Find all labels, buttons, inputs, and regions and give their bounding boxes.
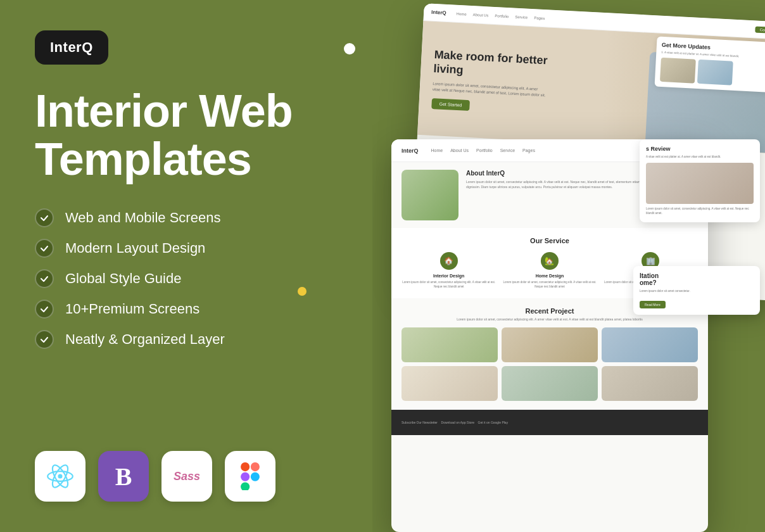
back-hero-text: Make room for better living Lorem ipsum …: [431, 48, 574, 116]
check-icon-1: [35, 208, 54, 227]
svg-point-8: [251, 472, 260, 481]
figma-icon: [237, 462, 263, 490]
testimonial-card: s Review A vitae velit at est platter at…: [640, 139, 760, 222]
main-title: Interior Web Templates: [35, 87, 358, 183]
back-nav-logo: InterQ: [431, 10, 446, 16]
check-icon-4: [35, 300, 54, 319]
footer-text: Subscribe Our Newsletter Download on App…: [401, 421, 508, 424]
sass-icon-box: Sass: [161, 451, 212, 502]
get-updates-images: [660, 58, 765, 88]
consultation-text: Lorem ipsum dolor sit amet consectetur.: [640, 289, 754, 293]
svg-rect-5: [251, 462, 260, 471]
service-2-name: Home Design: [502, 274, 597, 278]
left-panel: InterQ Interior Web Templates Web and Mo…: [0, 0, 393, 532]
check-icon-5: [35, 330, 54, 349]
feature-item: Modern Layout Design: [35, 239, 358, 258]
back-hero-cta-btn: Get Started: [431, 98, 470, 111]
service-card-home: 🏡 Home Design Lorem ipsum dolor sit amet…: [502, 252, 597, 289]
service-1-desc: Lorem ipsum dolor sit amet, consectetur …: [401, 281, 496, 289]
bootstrap-icon-box: B: [98, 451, 149, 502]
feature-item: Global Style Guide: [35, 269, 358, 288]
testimonial-text: A vitae velit at est platter at. A amer …: [646, 155, 754, 159]
project-img-2: [502, 327, 598, 362]
interior-design-icon: 🏠: [440, 252, 458, 270]
service-1-name: Interior Design: [401, 274, 496, 278]
check-icon-3: [35, 269, 54, 288]
project-img-1: [401, 327, 498, 362]
back-hero-subtitle: Lorem ipsum dolor sit amet, consectetur …: [433, 81, 547, 99]
features-list: Web and Mobile Screens Modern Layout Des…: [35, 208, 358, 349]
service-2-desc: Lorem ipsum dolor sit amet, consectetur …: [502, 281, 597, 289]
update-img-1: [660, 58, 696, 84]
get-updates-card: Get More Updates 1. A vitae velit at est…: [655, 36, 765, 93]
feature-5-label: Neatly & Organized Layer: [65, 331, 225, 348]
svg-point-0: [58, 474, 62, 478]
svg-rect-6: [241, 472, 250, 481]
consultation-btn[interactable]: Read More: [640, 301, 666, 308]
check-icon-2: [35, 239, 54, 258]
front-nav-logo: InterQ: [401, 148, 419, 154]
back-nav-contact-btn: Contact Us: [756, 26, 765, 34]
figma-icon-box: [225, 451, 275, 502]
logo-text: InterQ: [50, 39, 93, 55]
projects-grid: [401, 327, 698, 401]
back-nav-links: Home About Us Portfolio Service Pages: [457, 11, 545, 20]
tech-icons: B Sass: [35, 451, 358, 502]
mockup-back-hero: Make room for better living Lorem ipsum …: [417, 21, 765, 154]
feature-3-label: Global Style Guide: [65, 270, 181, 287]
testimonial-image: [646, 163, 754, 204]
react-icon: [46, 462, 74, 490]
testimonial-title: s Review: [646, 146, 754, 152]
right-panel: InterQ Home About Us Portfolio Service P…: [372, 0, 765, 532]
mockup-footer: Subscribe Our Newsletter Download on App…: [391, 410, 708, 435]
front-nav-links: Home About Us Portfolio Service Pages: [431, 148, 535, 153]
bootstrap-icon: B: [115, 462, 132, 491]
feature-item: Web and Mobile Screens: [35, 208, 358, 227]
feature-item: 10+Premium Screens: [35, 300, 358, 319]
react-icon-box: [35, 451, 85, 502]
home-design-icon: 🏡: [541, 252, 559, 270]
project-img-4: [401, 366, 498, 401]
logo-box: InterQ: [35, 30, 108, 65]
svg-rect-4: [241, 462, 250, 471]
about-image: [401, 170, 458, 220]
feature-1-label: Web and Mobile Screens: [65, 210, 220, 226]
projects-subtitle: Lorem ipsum dolor sit amet, consectetur …: [401, 317, 698, 321]
project-img-3: [602, 327, 698, 362]
back-hero-title: Make room for better living: [433, 48, 574, 83]
feature-4-label: 10+Premium Screens: [65, 301, 199, 317]
consultation-title: ltationome?: [640, 272, 754, 286]
sass-icon: Sass: [174, 470, 200, 483]
project-img-6: [602, 366, 698, 401]
feature-item: Neatly & Organized Layer: [35, 330, 358, 349]
consultation-card: ltationome? Lorem ipsum dolor sit amet c…: [633, 266, 760, 315]
svg-rect-7: [241, 482, 250, 490]
testimonial-body: Lorem ipsum dolor sit amet, consectetur …: [646, 206, 754, 215]
update-img-2: [697, 60, 733, 86]
services-heading: Our Service: [401, 237, 698, 244]
service-card-interior: 🏠 Interior Design Lorem ipsum dolor sit …: [401, 252, 496, 289]
project-img-5: [502, 366, 598, 401]
feature-2-label: Modern Layout Design: [65, 240, 205, 256]
